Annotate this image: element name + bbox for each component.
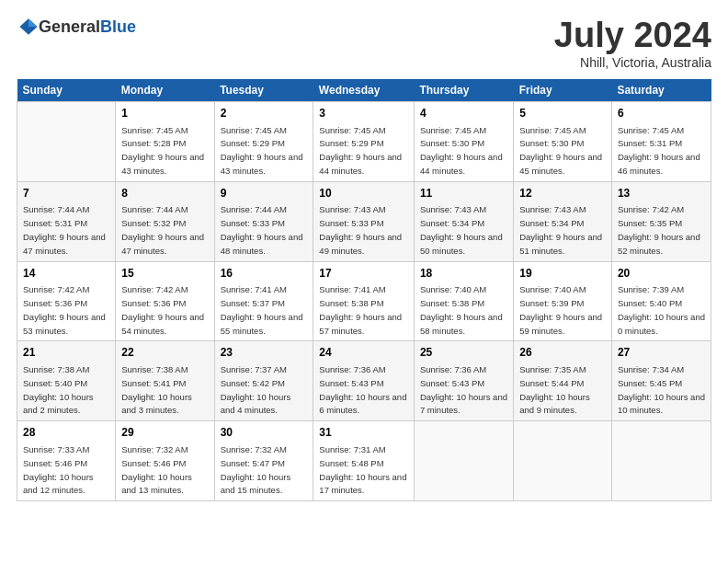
week-row-1: 1 Sunrise: 7:45 AMSunset: 5:28 PMDayligh… [17,101,711,181]
col-saturday: Saturday [611,79,711,102]
day-number: 11 [420,186,507,201]
day-info: Sunrise: 7:32 AMSunset: 5:47 PMDaylight:… [221,444,291,495]
calendar-cell: 29 Sunrise: 7:32 AMSunset: 5:46 PMDaylig… [116,421,214,501]
day-info: Sunrise: 7:34 AMSunset: 5:45 PMDaylight:… [618,364,705,415]
calendar-cell: 13 Sunrise: 7:42 AMSunset: 5:35 PMDaylig… [611,181,711,261]
day-number: 19 [519,266,606,282]
logo-icon [18,17,39,37]
calendar-cell [414,421,513,501]
day-number: 25 [420,345,507,361]
calendar-cell: 6 Sunrise: 7:45 AMSunset: 5:31 PMDayligh… [611,101,711,181]
calendar-cell: 18 Sunrise: 7:40 AMSunset: 5:38 PMDaylig… [414,261,513,341]
day-number: 28 [23,425,109,441]
week-row-3: 14 Sunrise: 7:42 AMSunset: 5:36 PMDaylig… [17,261,711,341]
day-info: Sunrise: 7:45 AMSunset: 5:30 PMDaylight:… [420,125,503,176]
day-info: Sunrise: 7:39 AMSunset: 5:40 PMDaylight:… [618,284,705,335]
day-info: Sunrise: 7:38 AMSunset: 5:41 PMDaylight:… [121,364,192,415]
calendar-cell [514,421,612,501]
page-container: GeneralBlue July 2024 Nhill, Victoria, A… [0,0,728,512]
day-number: 16 [221,266,308,282]
calendar-cell: 2 Sunrise: 7:45 AMSunset: 5:29 PMDayligh… [214,101,313,181]
day-number: 4 [420,106,507,121]
day-info: Sunrise: 7:44 AMSunset: 5:32 PMDaylight:… [121,204,204,255]
day-number: 10 [319,186,408,201]
day-number: 5 [519,106,606,121]
calendar-cell: 16 Sunrise: 7:41 AMSunset: 5:37 PMDaylig… [214,261,313,341]
day-info: Sunrise: 7:37 AMSunset: 5:42 PMDaylight:… [221,364,291,415]
day-info: Sunrise: 7:43 AMSunset: 5:33 PMDaylight:… [319,204,402,255]
day-number: 29 [121,425,208,441]
day-number: 3 [319,106,408,121]
calendar-cell [611,421,711,501]
calendar-cell: 5 Sunrise: 7:45 AMSunset: 5:30 PMDayligh… [514,101,612,181]
day-info: Sunrise: 7:36 AMSunset: 5:43 PMDaylight:… [420,364,507,415]
day-info: Sunrise: 7:41 AMSunset: 5:37 PMDaylight:… [221,284,303,335]
day-info: Sunrise: 7:44 AMSunset: 5:33 PMDaylight:… [221,204,303,255]
day-number: 2 [221,106,308,121]
logo-general: General [39,17,100,36]
col-friday: Friday [514,79,612,102]
day-number: 6 [618,106,705,121]
logo-blue: Blue [100,17,136,36]
calendar-cell [17,101,116,181]
col-tuesday: Tuesday [214,79,313,102]
day-info: Sunrise: 7:38 AMSunset: 5:40 PMDaylight:… [23,364,94,415]
calendar-cell: 17 Sunrise: 7:41 AMSunset: 5:38 PMDaylig… [313,261,415,341]
calendar-cell: 28 Sunrise: 7:33 AMSunset: 5:46 PMDaylig… [17,421,116,501]
day-info: Sunrise: 7:35 AMSunset: 5:44 PMDaylight:… [519,364,590,415]
day-number: 14 [23,266,109,282]
day-number: 20 [618,266,705,282]
calendar-cell: 23 Sunrise: 7:37 AMSunset: 5:42 PMDaylig… [214,341,313,421]
logo: GeneralBlue [17,17,136,37]
day-number: 15 [121,266,208,282]
calendar-table: Sunday Monday Tuesday Wednesday Thursday… [17,79,711,501]
day-number: 13 [618,186,705,201]
calendar-cell: 22 Sunrise: 7:38 AMSunset: 5:41 PMDaylig… [116,341,214,421]
day-number: 17 [319,266,408,282]
day-info: Sunrise: 7:33 AMSunset: 5:46 PMDaylight:… [23,444,94,495]
day-number: 18 [420,266,507,282]
calendar-cell: 4 Sunrise: 7:45 AMSunset: 5:30 PMDayligh… [414,101,513,181]
calendar-cell: 1 Sunrise: 7:45 AMSunset: 5:28 PMDayligh… [116,101,214,181]
day-info: Sunrise: 7:45 AMSunset: 5:29 PMDaylight:… [319,125,402,176]
calendar-cell: 20 Sunrise: 7:39 AMSunset: 5:40 PMDaylig… [611,261,711,341]
logo-text: GeneralBlue [39,17,136,37]
day-number: 7 [23,186,109,201]
calendar-cell: 31 Sunrise: 7:31 AMSunset: 5:48 PMDaylig… [313,421,415,501]
day-number: 9 [221,186,308,201]
location-subtitle: Nhill, Victoria, Australia [554,55,711,70]
day-number: 22 [121,345,208,361]
day-info: Sunrise: 7:40 AMSunset: 5:38 PMDaylight:… [420,284,503,335]
day-info: Sunrise: 7:40 AMSunset: 5:39 PMDaylight:… [519,284,602,335]
week-row-5: 28 Sunrise: 7:33 AMSunset: 5:46 PMDaylig… [17,421,711,501]
title-area: July 2024 Nhill, Victoria, Australia [554,17,711,70]
calendar-cell: 8 Sunrise: 7:44 AMSunset: 5:32 PMDayligh… [116,181,214,261]
day-info: Sunrise: 7:32 AMSunset: 5:46 PMDaylight:… [121,444,192,495]
month-title: July 2024 [554,17,711,55]
col-wednesday: Wednesday [313,79,415,102]
day-info: Sunrise: 7:31 AMSunset: 5:48 PMDaylight:… [319,444,406,495]
day-number: 27 [618,345,705,361]
header: GeneralBlue July 2024 Nhill, Victoria, A… [17,17,711,70]
day-info: Sunrise: 7:45 AMSunset: 5:31 PMDaylight:… [618,125,700,176]
week-row-4: 21 Sunrise: 7:38 AMSunset: 5:40 PMDaylig… [17,341,711,421]
day-info: Sunrise: 7:36 AMSunset: 5:43 PMDaylight:… [319,364,406,415]
day-info: Sunrise: 7:45 AMSunset: 5:30 PMDaylight:… [519,125,602,176]
header-row: Sunday Monday Tuesday Wednesday Thursday… [17,79,711,102]
day-info: Sunrise: 7:43 AMSunset: 5:34 PMDaylight:… [519,204,602,255]
day-number: 26 [519,345,606,361]
calendar-cell: 21 Sunrise: 7:38 AMSunset: 5:40 PMDaylig… [17,341,116,421]
calendar-cell: 14 Sunrise: 7:42 AMSunset: 5:36 PMDaylig… [17,261,116,341]
day-info: Sunrise: 7:45 AMSunset: 5:28 PMDaylight:… [121,125,204,176]
calendar-cell: 27 Sunrise: 7:34 AMSunset: 5:45 PMDaylig… [611,341,711,421]
day-number: 30 [221,425,308,441]
day-number: 31 [319,425,408,441]
svg-marker-1 [28,18,38,27]
day-number: 1 [121,106,208,121]
day-info: Sunrise: 7:43 AMSunset: 5:34 PMDaylight:… [420,204,503,255]
day-info: Sunrise: 7:42 AMSunset: 5:35 PMDaylight:… [618,204,700,255]
calendar-cell: 9 Sunrise: 7:44 AMSunset: 5:33 PMDayligh… [214,181,313,261]
day-info: Sunrise: 7:45 AMSunset: 5:29 PMDaylight:… [221,125,303,176]
calendar-cell: 12 Sunrise: 7:43 AMSunset: 5:34 PMDaylig… [514,181,612,261]
calendar-cell: 10 Sunrise: 7:43 AMSunset: 5:33 PMDaylig… [313,181,415,261]
